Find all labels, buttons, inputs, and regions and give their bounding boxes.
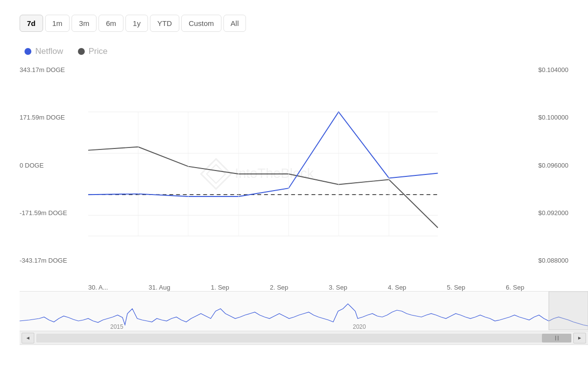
grip-line-2 — [558, 336, 559, 341]
legend-price: Price — [78, 47, 108, 56]
x-label-7: 6. Sep — [506, 284, 524, 291]
price-dot — [78, 48, 85, 55]
time-range-bar: 7d 1m 3m 6m 1y YTD Custom All — [10, 10, 578, 37]
btn-6m[interactable]: 6m — [98, 15, 123, 32]
btn-custom[interactable]: Custom — [181, 15, 221, 32]
scroll-track[interactable] — [36, 334, 571, 343]
svg-rect-15 — [20, 292, 588, 331]
svg-rect-18 — [549, 292, 588, 330]
x-label-6: 5. Sep — [447, 284, 466, 291]
btn-1m[interactable]: 1m — [45, 15, 70, 32]
chart-legend: Netflow Price — [10, 42, 578, 61]
svg-marker-6 — [201, 159, 231, 189]
main-container: 7d 1m 3m 6m 1y YTD Custom All Netflow Pr… — [0, 0, 588, 392]
svg-marker-7 — [207, 165, 225, 183]
right-arrow-icon: ► — [577, 335, 582, 341]
svg-text:2015: 2015 — [110, 323, 123, 330]
btn-all[interactable]: All — [223, 15, 246, 32]
x-label-4: 3. Sep — [329, 284, 347, 291]
main-chart: IntoTheBlock — [20, 66, 568, 282]
x-label-1: 31. Aug — [148, 284, 170, 291]
x-label-3: 2. Sep — [270, 284, 289, 291]
scrollbar[interactable]: ◄ ► — [20, 331, 588, 344]
navigator-chart: 2015 2020 — [20, 292, 588, 331]
btn-3m[interactable]: 3m — [72, 15, 97, 32]
x-label-5: 4. Sep — [388, 284, 407, 291]
price-label: Price — [89, 47, 108, 56]
netflow-label: Netflow — [35, 47, 63, 56]
btn-ytd[interactable]: YTD — [150, 15, 179, 32]
x-label-2: 1. Sep — [211, 284, 229, 291]
scroll-right-btn[interactable]: ► — [573, 333, 586, 343]
scroll-grip — [555, 336, 559, 341]
svg-text:2020: 2020 — [353, 323, 366, 330]
scroll-thumb[interactable] — [542, 334, 571, 343]
scroll-left-btn[interactable]: ◄ — [22, 333, 34, 343]
btn-1y[interactable]: 1y — [125, 15, 148, 32]
netflow-polyline — [88, 112, 438, 196]
x-label-0: 30. A... — [88, 284, 108, 291]
chart-wrapper: 343.17m DOGE 171.59m DOGE 0 DOGE -171.59… — [20, 66, 568, 291]
legend-netflow: Netflow — [24, 47, 63, 56]
price-polyline — [88, 147, 438, 228]
navigator: 2015 2020 ◄ ► — [20, 291, 588, 345]
grip-line-1 — [555, 336, 556, 341]
x-axis: 30. A... 31. Aug 1. Sep 2. Sep 3. Sep 4.… — [20, 282, 568, 291]
btn-7d[interactable]: 7d — [20, 15, 43, 32]
netflow-dot — [24, 48, 31, 55]
left-arrow-icon: ◄ — [25, 335, 30, 341]
